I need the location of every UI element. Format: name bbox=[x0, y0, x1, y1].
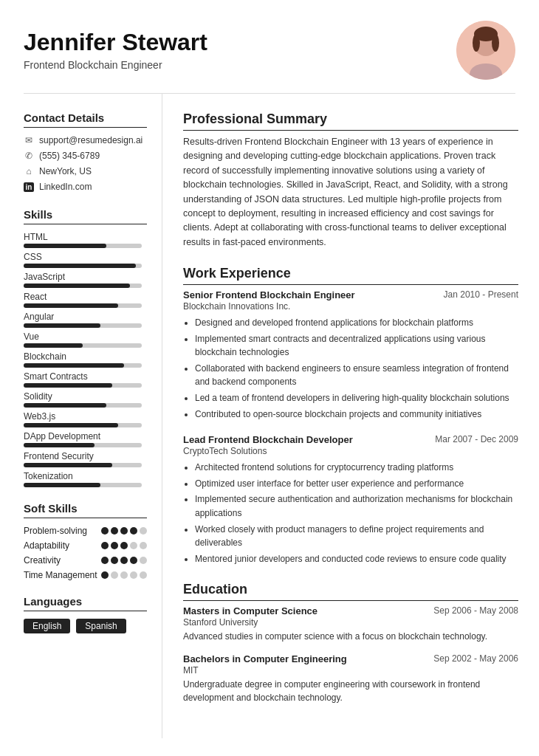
skill-bar-fill bbox=[24, 403, 106, 408]
job-bullet: Led a team of frontend developers in del… bbox=[195, 391, 518, 405]
skill-bar-fill bbox=[24, 323, 100, 328]
job-company: CryptoTech Solutions bbox=[183, 446, 518, 456]
dot bbox=[140, 542, 147, 549]
contact-email: ✉ support@resumedesign.ai bbox=[24, 135, 147, 145]
job-item: Lead Frontend Blockchain Developer Mar 2… bbox=[183, 434, 518, 566]
skill-item: JavaScript bbox=[24, 272, 147, 288]
summary-title: Professional Summary bbox=[183, 111, 518, 131]
soft-skill-item: Time Management bbox=[24, 570, 147, 580]
education-section: Education Masters in Computer Science Se… bbox=[183, 582, 518, 704]
dot bbox=[101, 527, 109, 535]
job-header: Senior Frontend Blockchain Engineer Jan … bbox=[183, 289, 518, 300]
skill-bar-fill bbox=[24, 264, 136, 268]
education-list: Masters in Computer Science Sep 2006 - M… bbox=[183, 605, 518, 704]
dot bbox=[130, 542, 137, 549]
work-experience-section: Work Experience Senior Frontend Blockcha… bbox=[183, 266, 518, 566]
skill-bar-bg bbox=[24, 443, 142, 447]
soft-skill-item: Adaptability bbox=[24, 540, 147, 551]
skill-item: Tokenization bbox=[24, 471, 147, 487]
skill-bar-fill bbox=[24, 343, 83, 348]
skill-bar-bg bbox=[24, 284, 142, 288]
dot bbox=[130, 527, 137, 535]
avatar bbox=[456, 21, 515, 80]
dot bbox=[101, 542, 109, 549]
dot bbox=[130, 571, 137, 579]
job-bullets: Architected frontend solutions for crypt… bbox=[183, 461, 518, 566]
main-layout: Contact Details ✉ support@resumedesign.a… bbox=[0, 94, 539, 738]
edu-item: Masters in Computer Science Sep 2006 - M… bbox=[183, 605, 518, 643]
skill-bar-bg bbox=[24, 403, 142, 408]
linkedin-icon: in bbox=[24, 182, 34, 192]
dot bbox=[130, 557, 137, 564]
dot bbox=[111, 542, 118, 549]
candidate-title: Frontend Blockchain Engineer bbox=[24, 59, 207, 71]
dots bbox=[101, 571, 147, 579]
svg-point-4 bbox=[473, 34, 480, 52]
skill-bar-fill bbox=[24, 244, 106, 248]
location-icon: ⌂ bbox=[24, 166, 34, 176]
skill-bar-fill bbox=[24, 363, 124, 368]
skill-item: Angular bbox=[24, 312, 147, 328]
skill-label: CSS bbox=[24, 252, 147, 262]
languages-title: Languages bbox=[24, 595, 147, 611]
header-text: Jennifer Stewart Frontend Blockchain Eng… bbox=[24, 30, 207, 70]
job-bullet: Collaborated with backend engineers to e… bbox=[195, 362, 518, 389]
work-experience-title: Work Experience bbox=[183, 266, 518, 285]
soft-skill-label: Adaptability bbox=[24, 540, 69, 551]
soft-skill-label: Creativity bbox=[24, 555, 61, 566]
email-icon: ✉ bbox=[24, 135, 34, 145]
skill-item: DApp Development bbox=[24, 431, 147, 447]
job-bullet: Mentored junior developers and conducted… bbox=[195, 552, 518, 566]
soft-skills-list: Problem-solvingAdaptabilityCreativityTim… bbox=[24, 526, 147, 580]
job-company: Blockchain Innovations Inc. bbox=[183, 301, 518, 312]
contact-section: Contact Details ✉ support@resumedesign.a… bbox=[24, 111, 147, 192]
edu-dates: Sep 2006 - May 2008 bbox=[433, 605, 518, 616]
skill-label: Solidity bbox=[24, 391, 147, 402]
dot bbox=[111, 571, 118, 579]
skill-item: CSS bbox=[24, 252, 147, 268]
skill-bar-fill bbox=[24, 284, 130, 288]
job-header: Lead Frontend Blockchain Developer Mar 2… bbox=[183, 434, 518, 445]
skill-bar-fill bbox=[24, 303, 118, 308]
skill-item: Solidity bbox=[24, 391, 147, 408]
skill-bar-bg bbox=[24, 363, 142, 368]
resume-header: Jennifer Stewart Frontend Blockchain Eng… bbox=[0, 0, 539, 93]
skill-label: JavaScript bbox=[24, 272, 147, 282]
summary-text: Results-driven Frontend Blockchain Engin… bbox=[183, 135, 518, 250]
languages-section: Languages EnglishSpanish bbox=[24, 595, 147, 633]
skill-bar-bg bbox=[24, 323, 142, 328]
job-item: Senior Frontend Blockchain Engineer Jan … bbox=[183, 289, 518, 421]
job-dates: Jan 2010 - Present bbox=[444, 289, 518, 300]
soft-skill-label: Time Management bbox=[24, 570, 97, 580]
skill-label: Vue bbox=[24, 331, 147, 342]
job-bullet: Worked closely with product managers to … bbox=[195, 523, 518, 550]
phone-icon: ✆ bbox=[24, 151, 34, 161]
skill-bar-bg bbox=[24, 303, 142, 308]
job-bullet: Optimized user interface for better user… bbox=[195, 477, 518, 491]
dot bbox=[140, 527, 147, 535]
dots bbox=[101, 557, 147, 564]
skill-label: Smart Contracts bbox=[24, 371, 147, 382]
dot bbox=[140, 571, 147, 579]
edu-school: MIT bbox=[183, 665, 518, 676]
skill-label: Web3.js bbox=[24, 411, 147, 422]
skill-label: Blockchain bbox=[24, 351, 147, 362]
skill-bar-fill bbox=[24, 483, 100, 487]
job-bullet: Implemented secure authentication and au… bbox=[195, 492, 518, 520]
skill-bar-bg bbox=[24, 343, 142, 348]
skill-bar-bg bbox=[24, 483, 142, 487]
skill-bar-bg bbox=[24, 383, 142, 388]
edu-school: Stanford University bbox=[183, 617, 518, 628]
skill-label: HTML bbox=[24, 232, 147, 242]
job-bullet: Implemented smart contracts and decentra… bbox=[195, 332, 518, 360]
contact-location: ⌂ NewYork, US bbox=[24, 166, 147, 176]
edu-degree: Masters in Computer Science bbox=[183, 605, 317, 616]
skill-label: Tokenization bbox=[24, 471, 147, 481]
linkedin-value: LinkedIn.com bbox=[39, 182, 92, 192]
language-tag: English bbox=[24, 619, 70, 633]
contact-list: ✉ support@resumedesign.ai ✆ (555) 345-67… bbox=[24, 135, 147, 192]
skill-bar-bg bbox=[24, 423, 142, 427]
soft-skill-label: Problem-solving bbox=[24, 526, 87, 536]
skill-bar-bg bbox=[24, 244, 142, 248]
language-tag: Spanish bbox=[76, 619, 126, 633]
